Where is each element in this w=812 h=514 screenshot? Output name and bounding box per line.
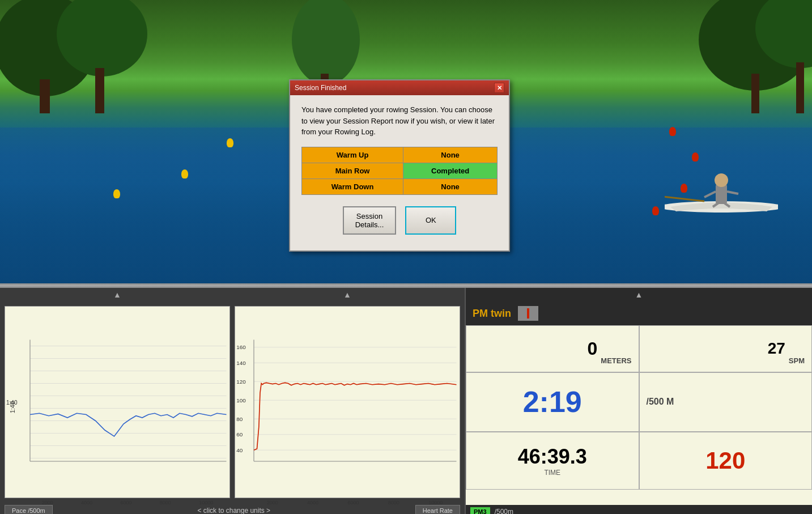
pace-x-label-5: 10000	[199, 500, 213, 505]
meters-value: 0	[588, 338, 598, 359]
pm-red-bar	[527, 308, 529, 318]
pm-display: 0 METERS 27 SPM 2:19 /500 M 46:39.3 TIME…	[466, 325, 812, 505]
table-row-warmdown: Warm Down None	[302, 179, 498, 194]
dialog-body: You have completed your rowing Session. …	[290, 95, 509, 250]
pace-unit-cell: /500 M	[639, 372, 813, 432]
dialog-titlebar: Session Finished ✕	[290, 80, 509, 95]
mainrow-status: Completed	[403, 163, 498, 179]
hr-x-label-5: 10000	[428, 500, 443, 505]
bottom-panel: ▲ ▲ 1:40	[0, 288, 812, 514]
hr-x-label-2: 4000	[307, 500, 318, 505]
table-row-warmup: Warm Up None	[302, 147, 498, 163]
meters-unit: METERS	[601, 356, 631, 367]
session-status-table: Warm Up None Main Row Completed Warm Dow…	[301, 147, 498, 195]
pm-title: PM twin	[473, 308, 511, 320]
dialog-message: You have completed your rowing Session. …	[301, 104, 498, 138]
ok-button[interactable]: OK	[405, 206, 456, 235]
time-value: 46:39.3	[518, 445, 587, 469]
dialog-overlay: Session Finished ✕ You have completed yo…	[0, 0, 812, 283]
session-details-button[interactable]: SessionDetails...	[343, 206, 397, 235]
table-row-mainrow: Main Row Completed	[302, 163, 498, 179]
svg-text:120: 120	[236, 379, 246, 385]
pm3-badge: PM3	[470, 507, 490, 514]
charts-panel: ▲ ▲ 1:40	[0, 288, 465, 514]
warmdown-label: Warm Down	[302, 179, 403, 194]
pace-x-label-2: 4000	[81, 500, 92, 505]
svg-text:140: 140	[236, 360, 246, 366]
mainrow-label: Main Row	[302, 163, 403, 179]
pm-bottom-bar: PM3 /500m	[466, 505, 812, 514]
scenic-background: Session Finished ✕ You have completed yo…	[0, 0, 812, 283]
time-cell: 46:39.3 TIME	[466, 432, 639, 490]
pace-chart: 1:40	[5, 306, 230, 498]
dialog-title: Session Finished	[295, 84, 346, 92]
pm-twin-panel: ▲ PM twin 0 METERS 27 SPM 2:19	[465, 288, 812, 514]
pm-indicator	[518, 306, 538, 321]
scroll-arrow-right[interactable]: ▲	[635, 290, 643, 299]
svg-text:160: 160	[236, 344, 246, 350]
pace-500-label: /500m	[495, 508, 513, 514]
dialog-close-button[interactable]: ✕	[494, 83, 504, 93]
meters-cell: 0 METERS	[466, 325, 639, 372]
svg-text:80: 80	[236, 416, 243, 422]
spm-unit: SPM	[789, 356, 805, 367]
panel-divider	[0, 283, 812, 288]
spm-cell: 27 SPM	[639, 325, 813, 372]
hr-value: 120	[705, 447, 745, 474]
dialog-button-area: SessionDetails... OK	[301, 206, 498, 241]
scroll-arrow-center[interactable]: ▲	[343, 290, 351, 299]
time-label: TIME	[544, 469, 560, 477]
hr-x-label-1: 2000	[267, 500, 278, 505]
pace-chart-y-label: 1:40	[6, 399, 17, 405]
session-finished-dialog: Session Finished ✕ You have completed yo…	[289, 79, 510, 252]
warmup-label: Warm Up	[302, 147, 403, 163]
warmdown-status: None	[403, 179, 498, 194]
pace-value: 2:19	[523, 385, 582, 419]
spm-value: 27	[768, 339, 785, 358]
pace-chart-svg: 1:40	[5, 307, 229, 498]
pace-x-label-4: 8000	[160, 500, 171, 505]
svg-text:100: 100	[236, 397, 246, 403]
charts-container: 1:40	[0, 301, 465, 503]
scroll-arrow-left[interactable]: ▲	[113, 290, 121, 299]
hr-x-label-3: 6000	[347, 500, 359, 505]
pace-x-label-1: 2000	[42, 500, 53, 505]
hr-x-label-4: 8000	[388, 500, 399, 505]
pace-unit-label: /500 M	[647, 397, 674, 407]
pace-cell: 2:19	[466, 372, 639, 432]
pm-header: PM twin	[466, 301, 812, 325]
hr-chart-svg: 160 140 120 100 80 60 40	[235, 307, 460, 498]
change-units-label[interactable]: < click to change units >	[197, 507, 270, 514]
warmup-status: None	[403, 147, 498, 163]
svg-text:40: 40	[236, 447, 243, 453]
pace-x-label-3: 6000	[120, 500, 131, 505]
hr-cell: 120	[639, 432, 813, 490]
svg-text:60: 60	[236, 431, 243, 437]
heart-rate-chart: 160 140 120 100 80 60 40	[235, 306, 460, 498]
